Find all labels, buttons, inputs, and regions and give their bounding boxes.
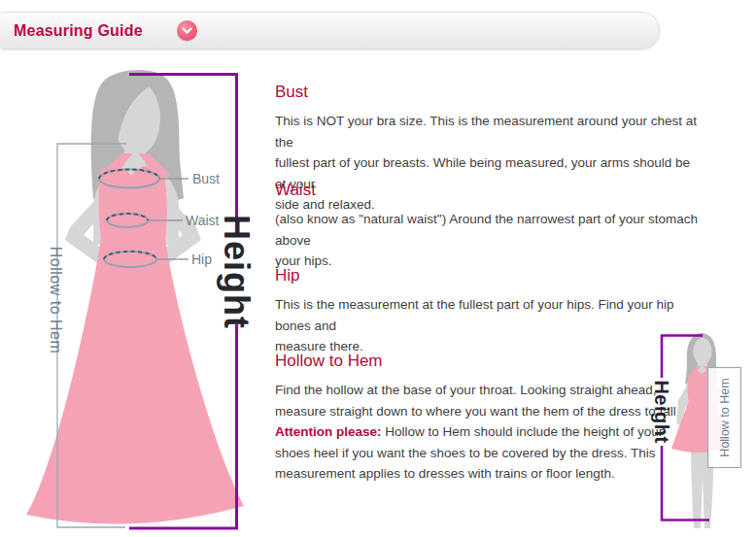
- hollow-description-part1: Find the hollow at the base of your thro…: [275, 383, 679, 419]
- dress-bodice: [98, 166, 167, 245]
- section-waist: Waist (also know as "natural waist") Aro…: [275, 181, 703, 272]
- main-measurement-illustration: Bust Waist Hip Hollow to Hem Height: [0, 0, 272, 537]
- height-label: Height: [217, 215, 257, 329]
- waist-description: (also know as "natural waist") Around th…: [275, 209, 703, 272]
- measuring-guide-page: Measuring Guide: [0, 0, 756, 537]
- waist-heading: Waist: [275, 181, 703, 200]
- small-height-illustration: Height Hollow to Hem: [636, 320, 756, 537]
- small-height-label: Height: [651, 380, 672, 443]
- hollow-to-hem-vertical-label: Hollow to Hem: [48, 247, 64, 354]
- hip-label: Hip: [191, 252, 212, 267]
- bust-label: Bust: [192, 171, 220, 186]
- small-figure-face: [694, 338, 712, 365]
- attention-please-label: Attention please:: [275, 424, 382, 439]
- small-hollow-to-hem-label: Hollow to Hem: [718, 378, 732, 456]
- bust-heading: Bust: [275, 83, 703, 102]
- waist-label: Waist: [186, 213, 220, 228]
- hip-heading: Hip: [275, 266, 703, 285]
